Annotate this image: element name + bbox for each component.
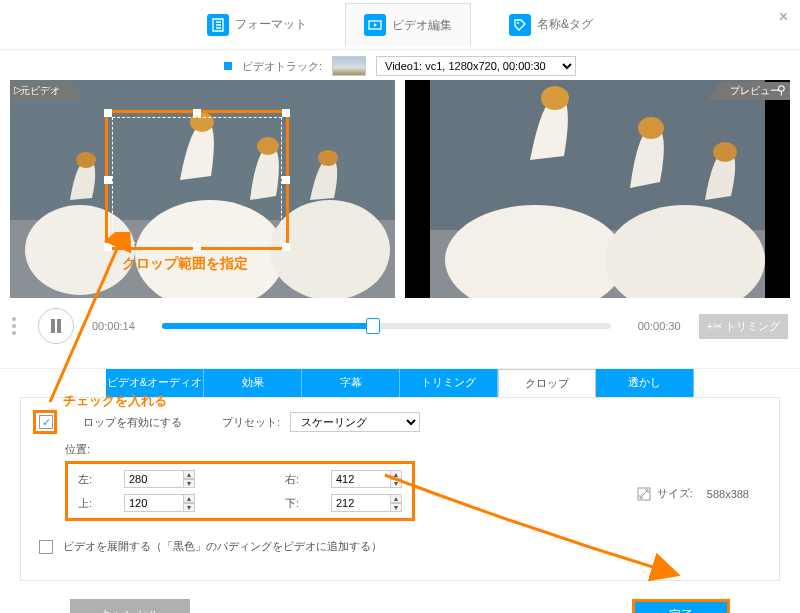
preview-video-pane[interactable]: プレビュー ⚲	[405, 80, 790, 298]
video-edit-icon	[364, 14, 386, 36]
left-up[interactable]: ▲	[183, 470, 195, 479]
expand-video-checkbox[interactable]	[39, 540, 53, 554]
top-up[interactable]: ▲	[183, 494, 195, 503]
play-triangle-icon: ▷	[14, 84, 22, 95]
total-time: 00:00:30	[629, 320, 681, 332]
crop-handle-w[interactable]	[104, 176, 112, 184]
tab-name-tag[interactable]: 名称&タグ	[491, 4, 611, 46]
crop-handle-ne[interactable]	[282, 109, 290, 117]
svg-point-18	[713, 142, 737, 162]
preview-video-image	[405, 80, 790, 298]
right-up[interactable]: ▲	[390, 470, 402, 479]
svg-point-9	[318, 150, 338, 166]
source-video-pane[interactable]: ▷ 元ビデオ	[10, 80, 395, 298]
play-pause-button[interactable]	[38, 308, 74, 344]
crop-handle-sw[interactable]	[104, 243, 112, 251]
crop-frame[interactable]	[105, 110, 289, 250]
right-input[interactable]	[331, 470, 391, 488]
video-track-select[interactable]: Video1: vc1, 1280x720, 00:00:30	[376, 56, 576, 76]
timeline-dots-icon	[12, 317, 20, 335]
track-thumbnail	[332, 56, 366, 76]
magnifier-icon[interactable]: ⚲	[777, 83, 786, 97]
video-track-label: ビデオトラック:	[242, 59, 322, 74]
bottom-input[interactable]	[331, 494, 391, 512]
top-input[interactable]	[124, 494, 184, 512]
size-info: サイズ: 588x388	[637, 486, 749, 501]
position-label: 位置:	[65, 442, 761, 457]
crop-handle-nw[interactable]	[104, 109, 112, 117]
svg-rect-19	[51, 319, 55, 333]
crop-panel: チェックを入れる ✓ ロップを有効にする プリセット: スケーリング 位置: 左…	[20, 397, 780, 581]
annotation-check-frame	[33, 410, 57, 434]
top-down[interactable]: ▼	[183, 503, 195, 512]
crop-handle-n[interactable]	[193, 109, 201, 117]
track-bullet-icon	[224, 62, 232, 70]
position-group: 左: ▲▼ 右: ▲▼ 上: ▲▼ 下: ▲▼	[65, 461, 415, 521]
svg-point-16	[541, 86, 569, 110]
preset-label: プリセット:	[222, 415, 280, 430]
preset-select[interactable]: スケーリング	[290, 412, 420, 432]
timeline: 00:00:14 00:00:30 +✂ トリミング	[0, 298, 800, 364]
enable-crop-label: ロップを有効にする	[83, 415, 182, 430]
tab-subtitle[interactable]: 字幕	[302, 369, 400, 397]
option-tabs: ビデオ&オーディオ 効果 字幕 トリミング クロップ 透かし	[0, 368, 800, 397]
tab-effects[interactable]: 効果	[204, 369, 302, 397]
bottom-label: 下:	[285, 496, 321, 511]
top-tab-bar: × フォーマット ビデオ編集 名称&タグ	[0, 0, 800, 50]
scissors-icon: +✂	[707, 320, 722, 333]
seek-slider[interactable]	[162, 323, 611, 329]
size-icon	[637, 487, 651, 501]
close-icon[interactable]: ×	[779, 8, 788, 26]
bottom-down[interactable]: ▼	[390, 503, 402, 512]
cancel-button[interactable]: キャンセル	[70, 599, 190, 613]
crop-handle-s[interactable]	[193, 243, 201, 251]
tab-trimming[interactable]: トリミング	[400, 369, 498, 397]
right-down[interactable]: ▼	[390, 479, 402, 488]
name-tag-icon	[509, 14, 531, 36]
video-track-row: ビデオトラック: Video1: vc1, 1280x720, 00:00:30	[0, 50, 800, 80]
right-label: 右:	[285, 472, 321, 487]
crop-handle-se[interactable]	[282, 243, 290, 251]
left-down[interactable]: ▼	[183, 479, 195, 488]
seek-thumb[interactable]	[366, 318, 380, 334]
bottom-up[interactable]: ▲	[390, 494, 402, 503]
crop-handle-e[interactable]	[282, 176, 290, 184]
tab-watermark[interactable]: 透かし	[596, 369, 694, 397]
tab-crop[interactable]: クロップ	[498, 369, 596, 397]
video-preview-row: ▷ 元ビデオ	[0, 80, 800, 298]
format-icon	[207, 14, 229, 36]
current-time: 00:00:14	[92, 320, 144, 332]
expand-video-label: ビデオを展開する（「黒色」のパディングをビデオに追加する）	[63, 539, 382, 554]
tab-name-tag-label: 名称&タグ	[537, 16, 593, 33]
left-input[interactable]	[124, 470, 184, 488]
svg-rect-20	[57, 319, 61, 333]
done-button[interactable]: 完了	[632, 599, 730, 613]
svg-point-10	[76, 152, 96, 168]
svg-point-1	[517, 22, 519, 24]
top-label: 上:	[78, 496, 114, 511]
tab-video-audio[interactable]: ビデオ&オーディオ	[106, 369, 204, 397]
tab-video-edit[interactable]: ビデオ編集	[345, 3, 471, 46]
tab-video-edit-label: ビデオ編集	[392, 17, 452, 34]
svg-point-17	[638, 117, 664, 139]
size-value: 588x388	[707, 488, 749, 500]
trimming-button[interactable]: +✂ トリミング	[699, 314, 788, 339]
left-label: 左:	[78, 472, 114, 487]
tab-format[interactable]: フォーマット	[189, 4, 325, 46]
footer: キャンセル 完了	[0, 591, 800, 613]
tab-format-label: フォーマット	[235, 16, 307, 33]
